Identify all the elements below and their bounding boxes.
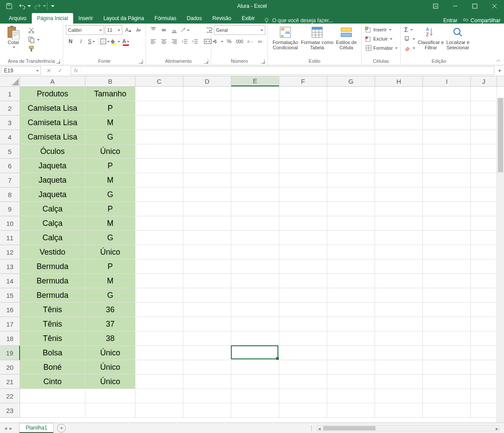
borders-button[interactable] (100, 37, 110, 46)
tab-exibir[interactable]: Exibir (237, 13, 260, 24)
tab-dados[interactable]: Dados (182, 13, 207, 24)
tab-arquivo[interactable]: Arquivo (3, 13, 32, 24)
number-format-value: Geral (216, 27, 228, 33)
dialog-launcher-icon[interactable] (56, 59, 60, 64)
number-format-combo[interactable]: Geral (214, 25, 265, 35)
orientation-button[interactable] (180, 25, 189, 35)
sort-filter-icon: AZ (424, 25, 438, 39)
conditional-formatting-button[interactable]: Formatação Condicional (271, 25, 300, 50)
lightbulb-icon (264, 17, 270, 24)
dialog-launcher-icon[interactable] (204, 59, 208, 64)
comma-button[interactable]: 000 (235, 37, 244, 46)
svg-rect-27 (341, 28, 352, 31)
delete-cells-button[interactable]: Excluir (364, 34, 393, 43)
expand-formula-bar-button[interactable]: ▾ (495, 65, 504, 76)
format-as-table-button[interactable]: Formatar como Tabela (300, 25, 334, 50)
minimize-button[interactable] (445, 0, 465, 12)
collapse-ribbon-button[interactable] (495, 58, 501, 64)
svg-text:.0→.00: .0→.00 (247, 40, 254, 44)
name-box[interactable]: E19 (1, 66, 41, 75)
svg-rect-24 (281, 35, 284, 38)
group-cells: Inserir Excluir Formatar Células (362, 24, 401, 65)
redo-dropdown-icon[interactable] (43, 5, 46, 9)
find-select-label: Localizar e Selecionar (444, 40, 472, 50)
grow-font-button[interactable]: A▴ (123, 25, 133, 35)
bold-button[interactable]: N (66, 37, 75, 46)
svg-text:.00→.0: .00→.0 (257, 40, 264, 44)
signin-link[interactable]: Entrar (443, 17, 458, 24)
tab-layout[interactable]: Layout da Página (98, 13, 149, 24)
format-as-table-label: Formatar como Tabela (300, 40, 334, 50)
close-button[interactable] (484, 0, 504, 12)
align-middle-icon (161, 27, 167, 33)
align-left-button[interactable] (149, 37, 158, 46)
increase-indent-button[interactable] (190, 37, 200, 46)
percent-button[interactable]: % (224, 37, 234, 46)
tab-revisao[interactable]: Revisão (207, 13, 237, 24)
sort-filter-button[interactable]: AZ Classificar e Filtrar (418, 25, 444, 50)
increase-decimal-button[interactable]: .0→.00 (245, 37, 255, 46)
autosum-button[interactable]: Σ (403, 25, 416, 34)
align-middle-button[interactable] (159, 25, 169, 35)
qat-customize-icon[interactable] (51, 5, 54, 9)
dialog-launcher-icon[interactable] (260, 59, 265, 64)
share-icon (463, 17, 469, 24)
svg-rect-1 (433, 4, 438, 8)
share-button[interactable]: Compartilhar (463, 17, 501, 24)
separator (98, 38, 98, 45)
maximize-icon (472, 3, 477, 9)
align-right-icon (171, 38, 177, 44)
fill-color-button[interactable] (111, 37, 120, 46)
underline-button[interactable]: S (87, 37, 96, 46)
shrink-font-button[interactable]: A▾ (134, 25, 143, 35)
chevron-down-icon (221, 41, 223, 44)
italic-button[interactable]: I (76, 37, 86, 46)
fill-button[interactable] (403, 34, 416, 43)
align-bottom-button[interactable] (169, 25, 179, 35)
chevron-down-icon (413, 48, 415, 50)
align-top-button[interactable] (149, 25, 158, 35)
save-button[interactable] (3, 0, 16, 12)
tab-formulas[interactable]: Fórmulas (149, 13, 182, 24)
enter-formula-button[interactable]: ✓ (55, 68, 65, 74)
undo-button[interactable] (16, 0, 29, 12)
svg-text:$: $ (214, 39, 217, 44)
tab-inserir[interactable]: Inserir (73, 13, 98, 24)
svg-rect-23 (285, 31, 290, 34)
paste-button[interactable]: Colar (3, 25, 24, 49)
group-label-editing: Edição (403, 58, 474, 65)
font-name-combo[interactable]: Calibri (66, 25, 104, 35)
align-right-button[interactable] (169, 37, 179, 46)
accounting-format-button[interactable]: $ (214, 37, 223, 46)
font-color-button[interactable]: A (121, 37, 131, 46)
decrease-indent-button[interactable] (180, 37, 189, 46)
insert-function-button[interactable]: fx (71, 68, 81, 74)
tell-me-placeholder: O que você deseja fazer... (272, 17, 333, 24)
cell-styles-button[interactable]: Estilos de Célula (334, 25, 359, 50)
insert-cells-button[interactable]: Inserir (364, 25, 392, 34)
align-center-button[interactable] (159, 37, 169, 46)
redo-button[interactable] (31, 0, 44, 12)
clear-button[interactable] (403, 44, 416, 52)
cut-button[interactable] (27, 26, 41, 35)
minimize-icon (453, 3, 458, 9)
ribbon-display-options[interactable] (426, 0, 445, 12)
maximize-button[interactable] (465, 0, 484, 12)
format-painter-button[interactable] (27, 44, 41, 53)
group-clipboard: Colar Área de Transferência (0, 24, 63, 65)
find-select-button[interactable]: Localizar e Selecionar (444, 25, 472, 50)
decrease-decimal-button[interactable]: .00→.0 (256, 37, 265, 46)
svg-rect-11 (30, 38, 34, 43)
format-cells-button[interactable]: Formatar (364, 44, 399, 52)
insert-label: Inserir (373, 27, 387, 32)
chevron-down-icon (389, 29, 392, 32)
tell-me-search[interactable]: O que você deseja fazer... (264, 17, 333, 24)
chevron-down-icon (413, 38, 415, 41)
cancel-formula-button[interactable]: ✕ (44, 68, 54, 74)
save-icon (6, 3, 13, 10)
tab-pagina-inicial[interactable]: Página Inicial (32, 13, 73, 24)
dialog-launcher-icon[interactable] (139, 59, 143, 64)
copy-button[interactable] (27, 35, 41, 44)
font-size-combo[interactable]: 11 (105, 25, 122, 35)
table-icon (310, 25, 324, 39)
